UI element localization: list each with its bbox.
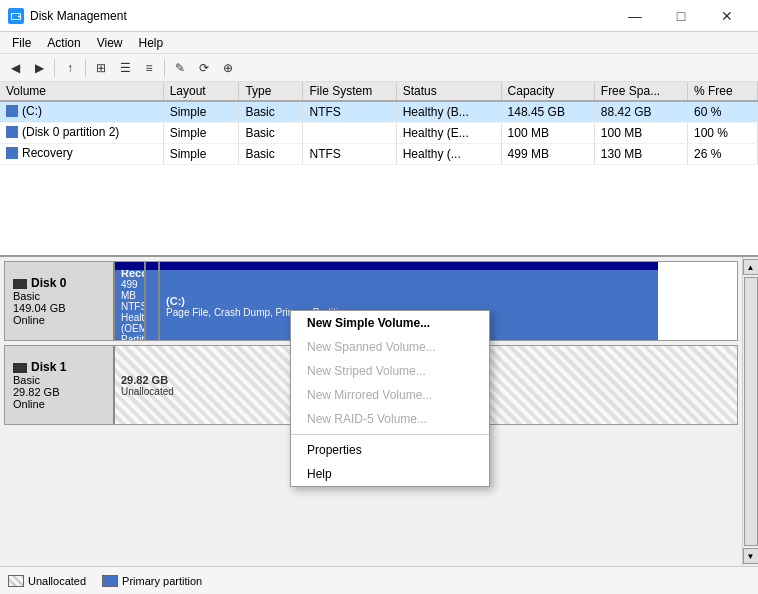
col-volume[interactable]: Volume <box>0 82 163 101</box>
minimize-button[interactable]: — <box>612 0 658 32</box>
disk-type: Basic <box>13 374 105 386</box>
part-name: (C:) <box>166 295 652 307</box>
cell-type: Basic <box>239 144 303 165</box>
scroll-down-button[interactable]: ▼ <box>743 548 759 564</box>
col-capacity[interactable]: Capacity <box>501 82 594 101</box>
toolbar-back[interactable]: ◀ <box>4 57 26 79</box>
context-item-2: New Striped Volume... <box>291 359 489 383</box>
vol-icon-color <box>6 105 18 117</box>
cell-filesystem: NTFS <box>303 101 396 123</box>
toolbar-btn7[interactable]: ⟳ <box>193 57 215 79</box>
disk-type: Basic <box>13 290 105 302</box>
cell-layout: Simple <box>163 144 239 165</box>
context-item-7[interactable]: Help <box>291 462 489 486</box>
context-item-0[interactable]: New Simple Volume... <box>291 311 489 335</box>
cell-pct: 26 % <box>688 144 758 165</box>
disk-name: Disk 0 <box>13 276 105 290</box>
col-layout[interactable]: Layout <box>163 82 239 101</box>
cell-type: Basic <box>239 123 303 144</box>
menu-help[interactable]: Help <box>131 34 172 52</box>
table-row[interactable]: (Disk 0 partition 2) Simple Basic Health… <box>0 123 758 144</box>
context-item-1: New Spanned Volume... <box>291 335 489 359</box>
disk-name: Disk 1 <box>13 360 105 374</box>
cell-type: Basic <box>239 101 303 123</box>
status-bar: Unallocated Primary partition <box>0 566 758 594</box>
cell-capacity: 499 MB <box>501 144 594 165</box>
legend-unalloc-label: Unallocated <box>28 575 86 587</box>
cell-pct: 100 % <box>688 123 758 144</box>
col-type[interactable]: Type <box>239 82 303 101</box>
col-status[interactable]: Status <box>396 82 501 101</box>
col-free[interactable]: Free Spa... <box>594 82 687 101</box>
title-bar: Disk Management — □ ✕ <box>0 0 758 32</box>
disk-label-1: Disk 1 Basic 29.82 GB Online <box>5 346 115 424</box>
cell-status: Healthy (... <box>396 144 501 165</box>
toolbar-sep-1 <box>54 59 55 77</box>
menu-bar: File Action View Help <box>0 32 758 54</box>
svg-point-2 <box>18 15 20 17</box>
toolbar-btn6[interactable]: ✎ <box>169 57 191 79</box>
toolbar-btn5[interactable]: ≡ <box>138 57 160 79</box>
cell-filesystem <box>303 123 396 144</box>
disk-size: 149.04 GB <box>13 302 105 314</box>
toolbar-btn4[interactable]: ☰ <box>114 57 136 79</box>
cell-volume: (Disk 0 partition 2) <box>0 123 163 144</box>
table-row[interactable]: Recovery Simple Basic NTFS Healthy (... … <box>0 144 758 165</box>
part-size: 499 MB NTFS <box>121 279 138 312</box>
context-menu: New Simple Volume...New Spanned Volume..… <box>290 310 490 487</box>
vol-icon-color <box>6 126 18 138</box>
disk-size: 29.82 GB <box>13 386 105 398</box>
cell-status: Healthy (B... <box>396 101 501 123</box>
window-controls: — □ ✕ <box>612 0 750 32</box>
context-item-4: New RAID-5 Volume... <box>291 407 489 431</box>
table-row[interactable]: (C:) Simple Basic NTFS Healthy (B... 148… <box>0 101 758 123</box>
disk-status: Online <box>13 314 105 326</box>
disk-label-0: Disk 0 Basic 149.04 GB Online <box>5 262 115 340</box>
context-sep-5 <box>291 434 489 435</box>
context-item-3: New Mirrored Volume... <box>291 383 489 407</box>
col-filesystem[interactable]: File System <box>303 82 396 101</box>
toolbar-forward[interactable]: ▶ <box>28 57 50 79</box>
maximize-button[interactable]: □ <box>658 0 704 32</box>
menu-action[interactable]: Action <box>39 34 88 52</box>
cell-capacity: 148.45 GB <box>501 101 594 123</box>
toolbar-sep-2 <box>85 59 86 77</box>
legend-unalloc-box <box>8 575 24 587</box>
cell-free: 88.42 GB <box>594 101 687 123</box>
vol-icon-color <box>6 147 18 159</box>
disk-status: Online <box>13 398 105 410</box>
cell-free: 130 MB <box>594 144 687 165</box>
volume-table-area: Volume Layout Type File System Status Ca… <box>0 82 758 257</box>
partition-0-1[interactable] <box>146 262 160 340</box>
toolbar: ◀ ▶ ↑ ⊞ ☰ ≡ ✎ ⟳ ⊕ <box>0 54 758 82</box>
legend-unallocated: Unallocated <box>8 575 86 587</box>
toolbar-up[interactable]: ↑ <box>59 57 81 79</box>
toolbar-btn3[interactable]: ⊞ <box>90 57 112 79</box>
legend-primary-label: Primary partition <box>122 575 202 587</box>
cell-filesystem: NTFS <box>303 144 396 165</box>
menu-file[interactable]: File <box>4 34 39 52</box>
partition-0-0[interactable]: Recovery 499 MB NTFS Healthy (OEM Partit… <box>115 262 146 340</box>
part-extra: Healthy (OEM Partition) <box>121 312 138 340</box>
cell-pct: 60 % <box>688 101 758 123</box>
cell-layout: Simple <box>163 123 239 144</box>
cell-volume: Recovery <box>0 144 163 165</box>
toolbar-sep-3 <box>164 59 165 77</box>
cell-volume: (C:) <box>0 101 163 123</box>
context-item-6[interactable]: Properties <box>291 438 489 462</box>
cell-layout: Simple <box>163 101 239 123</box>
cell-capacity: 100 MB <box>501 123 594 144</box>
scroll-up-button[interactable]: ▲ <box>743 259 759 275</box>
menu-view[interactable]: View <box>89 34 131 52</box>
cell-status: Healthy (E... <box>396 123 501 144</box>
close-button[interactable]: ✕ <box>704 0 750 32</box>
legend-primary: Primary partition <box>102 575 202 587</box>
toolbar-btn8[interactable]: ⊕ <box>217 57 239 79</box>
legend-primary-box <box>102 575 118 587</box>
scroll-bar: ▲ ▼ <box>742 257 758 566</box>
window-title: Disk Management <box>30 9 127 23</box>
scroll-thumb[interactable] <box>744 277 758 546</box>
col-pct[interactable]: % Free <box>688 82 758 101</box>
volume-table: Volume Layout Type File System Status Ca… <box>0 82 758 165</box>
cell-free: 100 MB <box>594 123 687 144</box>
